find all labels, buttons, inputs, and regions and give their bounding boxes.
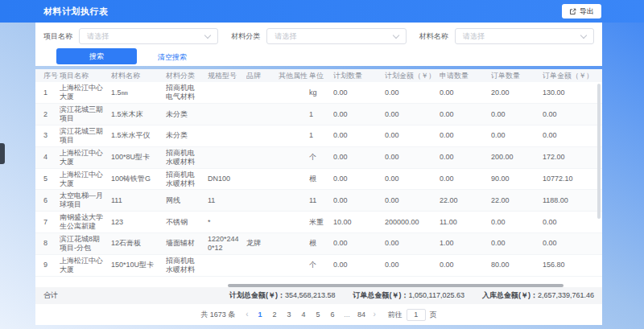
table-row[interactable]: 6太空电梯—月球项目111网线11110.000.0022.0022.00118… [35,190,602,212]
table-cell: 3 [35,125,60,147]
pagination-prev-button[interactable]: ‹ [244,310,250,319]
filter-label: 材料名称 [419,31,448,42]
table-cell: 上海松江中心大厦 [60,168,111,190]
table-cell: 90.00 [491,168,543,190]
table-cell [208,104,246,125]
table-cell [279,146,309,168]
table-cell: 上海松江中心大厦 [60,82,111,104]
column-header: 计划金额（￥） [385,69,440,82]
table-cell [279,233,309,255]
table-cell: 0.00 [491,125,543,147]
table-row[interactable]: 8滨江花城8期项目-分包12石膏板墙面辅材1220*2440*12龙牌根0.00… [35,233,602,255]
table-cell: 0.00 [491,212,543,233]
app-header: 材料计划执行表 导出 [0,0,644,23]
table-cell: 111 [111,190,166,212]
table-cell [246,146,279,168]
summary-item-value: 1,050,117,025.63 [409,291,464,299]
filter-label: 材料分类 [231,31,260,42]
table-cell: 80.00 [491,254,543,276]
column-header: 订单金额（￥） [543,69,602,82]
page-button[interactable]: 3 [285,310,294,319]
pagination-total: 共 1673 条 [200,310,235,320]
column-header: 项目名称 [60,69,111,82]
table-cell: 个 [309,146,333,168]
table-cell [246,168,279,190]
export-button[interactable]: 导出 [562,4,601,19]
table-cell: 10.00 [333,212,385,233]
column-header: 订单数量 [491,69,543,82]
page-button[interactable]: 6 [328,310,337,319]
filter-panel: 项目名称请选择材料分类请选择材料名称请选择 搜索 清空搜索 [35,23,602,66]
material-category-select[interactable]: 请选择 [266,28,406,44]
search-button[interactable]: 搜索 [56,48,137,64]
table-row[interactable]: 3滨江花城三期项目1.5米水平仪未分类10.000.000.000.000.00 [35,125,602,147]
table-cell: 上海松江中心大厦 [60,146,111,168]
table-cell: 5 [35,168,60,190]
table-cell: 156.80 [543,254,602,276]
column-header: 规格型号 [208,69,246,82]
table-cell [246,254,279,276]
table-row[interactable]: 1上海松江中心大厦1.5㎜招商机电 电气材料kg0.000.000.0020.0… [35,82,602,104]
table-cell: 1 [309,104,333,125]
page-button[interactable]: 1 [256,310,265,319]
page-title: 材料计划执行表 [43,6,109,18]
table-cell: 招商机电 水暖材料 [166,146,208,168]
table-cell: 100*8U型卡 [111,146,166,168]
table-cell [246,125,279,147]
project-name-select[interactable]: 请选择 [79,28,218,44]
table-cell: 0.00 [491,104,543,125]
pagination-next-button[interactable]: › [372,310,378,319]
table-cell: 未分类 [166,104,208,125]
column-header: 材料名称 [111,69,166,82]
vertical-scrollbar[interactable] [597,84,601,219]
table-cell: 墙面辅材 [166,233,208,255]
page-button[interactable]: 84 [357,310,366,319]
column-header: 品牌 [246,69,279,82]
summary-item-value: 354,568,213.58 [285,291,336,299]
table-cell [246,82,279,104]
page-button[interactable]: 4 [299,310,308,319]
table-cell: 11.00 [440,212,491,233]
summary-item-label: 计划总金额(￥)： [229,291,285,299]
table-cell: * [208,212,246,233]
table-cell: 0.00 [333,254,385,276]
table-row[interactable]: 9上海松江中心大厦150*10U型卡招商机电 水暖材料个0.000.000.00… [35,254,602,276]
clear-search-link[interactable]: 清空搜索 [158,52,187,63]
table-cell: 100铸铁管G [111,168,166,190]
table-cell: 0.00 [543,125,602,147]
table-cell: 招商机电 水暖材料 [166,254,208,276]
table-cell [246,190,279,212]
goto-label: 前往 [388,310,402,320]
page-button[interactable]: 5 [314,310,323,319]
table-row[interactable]: 7南钢盛达大学生公寓新建123不锈钢*米重10.00200000.0011.00… [35,212,602,233]
table-row[interactable]: 2滨江花城三期项目1.5米木床未分类10.000.000.000.000.00 [35,104,602,125]
table-cell: 123 [111,212,166,233]
pagination: 共 1673 条 ‹ 123456...84 › 前往 页 [35,304,602,325]
table-cell: 1.5米水平仪 [111,125,166,147]
table-cell: 1 [309,125,333,147]
table-cell: 0.00 [333,190,385,212]
table-cell [279,190,309,212]
table-cell: kg [309,82,333,104]
goto-page-input[interactable] [407,309,426,321]
export-icon [569,8,576,15]
table-cell: 上海松江中心大厦 [60,254,111,276]
table-row[interactable]: 5上海松江中心大厦100铸铁管G招商机电 水暖材料DN100根0.000.000… [35,168,602,190]
summary-item: 入库总金额(￥)：2,657,339,761.46 [482,290,594,301]
chevron-down-icon [392,31,398,38]
table-cell [246,212,279,233]
sidebar-collapse-handle[interactable] [0,143,5,164]
column-header: 单位 [309,69,333,82]
select-placeholder: 请选择 [463,31,581,42]
data-table: 序号项目名称材料名称材料分类规格型号品牌其他属性单位计划数量计划金额（￥）申请数… [35,69,602,277]
table-cell: 滨江花城三期项目 [60,104,111,125]
page-button[interactable]: 2 [270,310,279,319]
table-cell: 22.00 [440,190,491,212]
table-row[interactable]: 4上海松江中心大厦100*8U型卡招商机电 水暖材料个0.000.000.002… [35,146,602,168]
table-cell: 200000.00 [385,212,440,233]
column-header: 其他属性 [279,69,309,82]
material-name-select[interactable]: 请选择 [455,28,594,44]
table-cell: 0.00 [385,125,440,147]
select-placeholder: 请选择 [87,31,205,42]
table-header-row: 序号项目名称材料名称材料分类规格型号品牌其他属性单位计划数量计划金额（￥）申请数… [35,69,602,82]
